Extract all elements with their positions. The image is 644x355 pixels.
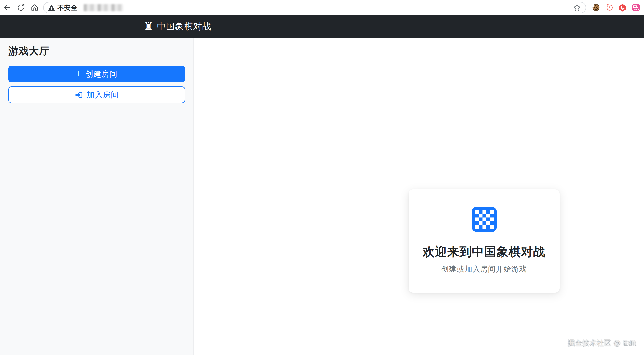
lobby-sidebar: 游戏大厅 + 创建房间 加入房间 [0, 38, 194, 355]
join-room-button[interactable]: 加入房间 [8, 86, 185, 103]
welcome-subtitle: 创建或加入房间开始游戏 [441, 264, 527, 274]
box-arrow-in-right-icon [74, 90, 83, 99]
browser-toolbar: 不安全 [0, 0, 644, 15]
chessboard-icon [472, 207, 497, 232]
translate-extension-icon[interactable] [632, 4, 640, 12]
join-room-label: 加入房间 [87, 90, 119, 100]
create-room-label: 创建房间 [85, 69, 117, 79]
main-content: 欢迎来到中国象棋对战 创建或加入房间开始游戏 [194, 38, 644, 355]
home-icon[interactable] [30, 3, 39, 12]
red-hexagon-extension-icon[interactable] [619, 4, 626, 12]
welcome-card: 欢迎来到中国象棋对战 创建或加入房间开始游戏 [409, 189, 560, 293]
create-room-button[interactable]: + 创建房间 [8, 66, 185, 82]
app-brand: ♜ 中国象棋对战 [144, 21, 211, 32]
blurred-url [84, 4, 123, 11]
lobby-heading: 游戏大厅 [8, 44, 49, 58]
address-bar[interactable]: 不安全 [43, 2, 586, 13]
app-header: ♜ 中国象棋对战 [0, 15, 644, 38]
back-icon[interactable] [3, 3, 11, 12]
app-title: 中国象棋对战 [157, 21, 211, 32]
watermark: 掘金技术社区 @ Edit [568, 338, 636, 348]
security-label[interactable]: 不安全 [57, 3, 78, 12]
cookie-extension-icon[interactable] [592, 4, 600, 12]
chess-rook-icon: ♜ [144, 21, 153, 32]
refresh-icon[interactable] [17, 3, 25, 12]
welcome-title: 欢迎来到中国象棋对战 [423, 244, 545, 260]
bookmark-star-icon[interactable] [573, 4, 581, 12]
history-clock-extension-icon[interactable] [605, 4, 613, 12]
warning-triangle-icon[interactable] [48, 5, 55, 11]
